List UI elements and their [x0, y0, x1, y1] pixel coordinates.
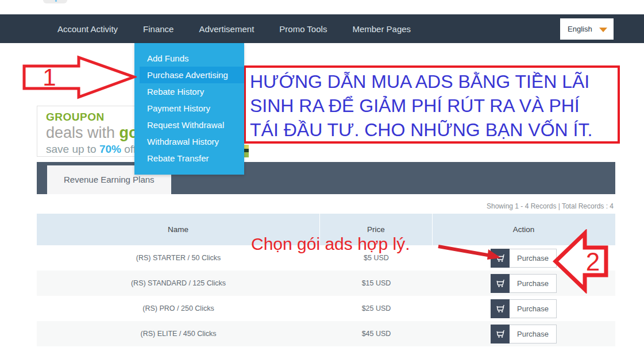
purchase-button-label: Purchase	[510, 325, 557, 343]
step2-arrow-annotation: 2	[553, 229, 610, 294]
table-row: (RS) PRO / 250 Clicks $25 USD Purchase	[37, 296, 615, 321]
step1-arrow-annotation: 1	[22, 55, 137, 100]
finance-dropdown-menu: Add Funds Purchase Advertising Rebate Hi…	[134, 43, 244, 175]
records-summary: Showing 1 - 4 Records | Total Records : …	[487, 202, 614, 210]
main-navbar: Account Activity Finance Advertisement P…	[0, 14, 644, 43]
site-logo-dot	[55, 0, 57, 2]
nav-item-account-activity[interactable]: Account Activity	[45, 24, 130, 34]
nav-item-advertisement[interactable]: Advertisement	[186, 24, 267, 34]
table-row: (RS) STANDARD / 125 Clicks $15 USD Purch…	[37, 271, 615, 296]
nav-item-promo-tools[interactable]: Promo Tools	[267, 24, 340, 34]
plan-price: $5 USD	[320, 254, 433, 262]
step1-number: 1	[43, 64, 56, 91]
choose-plan-annotation: Chọn gói ads hợp lý.	[251, 234, 410, 254]
plan-name: (RS) STARTER / 50 Clicks	[37, 254, 320, 262]
step2-number: 2	[586, 248, 600, 276]
ad-headline-gray: deals with	[46, 124, 119, 141]
cart-icon	[491, 274, 510, 293]
purchase-button-label: Purchase	[510, 274, 557, 293]
plans-table: Name Price Action (RS) STARTER / 50 Clic…	[37, 214, 615, 346]
purchase-button[interactable]: Purchase	[491, 274, 557, 293]
chevron-down-icon	[599, 28, 607, 32]
purchase-button-label: Purchase	[510, 299, 557, 318]
instruction-line: HƯỚNG DẪN MUA ADS BẰNG TIỀN LÃI	[250, 70, 618, 94]
plan-price: $15 USD	[320, 279, 433, 287]
purchase-button[interactable]: Purchase	[491, 299, 557, 318]
plan-name: (RS) ELITE / 450 Clicks	[37, 330, 320, 338]
choose-plan-arrow	[437, 244, 503, 262]
menu-item-add-funds[interactable]: Add Funds	[134, 50, 244, 67]
cart-icon	[491, 325, 510, 343]
menu-item-payment-history[interactable]: Payment History	[134, 100, 244, 117]
language-selector[interactable]: English	[560, 18, 614, 40]
menu-item-request-withdrawal[interactable]: Request Withdrawal	[134, 117, 244, 133]
plan-price: $45 USD	[320, 330, 433, 338]
plans-tab-bar: Revenue Earning Plans	[37, 162, 615, 194]
plan-name: (RS) PRO / 250 Clicks	[37, 304, 320, 312]
menu-item-rebate-history[interactable]: Rebate History	[134, 83, 244, 100]
menu-item-purchase-advertising[interactable]: Purchase Advertising	[140, 67, 244, 83]
hidden-banner-fragment	[244, 145, 249, 157]
instruction-line: TÁI ĐẦU TƯ. CHO NHỮNG BẠN VỐN ÍT.	[250, 118, 618, 142]
instruction-callout-box: HƯỚNG DẪN MUA ADS BẰNG TIỀN LÃI SINH RA …	[244, 65, 620, 144]
instruction-line: SINH RA ĐỂ GIẢM PHÍ RÚT RA VÀ PHÍ	[250, 94, 618, 118]
ad-subline-pre: save up to	[46, 143, 99, 155]
purchase-button-label: Purchase	[510, 249, 557, 268]
purchase-button[interactable]: Purchase	[491, 325, 557, 343]
menu-item-rebate-transfer[interactable]: Rebate Transfer	[134, 150, 244, 167]
top-strip	[0, 0, 644, 14]
plan-price: $25 USD	[320, 304, 433, 312]
menu-item-withdrawal-history[interactable]: Withdrawal History	[134, 133, 244, 150]
nav-item-member-pages[interactable]: Member Pages	[340, 24, 423, 34]
cart-icon	[491, 299, 510, 318]
table-row: (RS) ELITE / 450 Clicks $45 USD Purchase	[37, 321, 615, 346]
language-selected-value: English	[568, 25, 592, 33]
ad-discount-percent: 70%	[99, 143, 121, 155]
plan-name: (RS) STANDARD / 125 Clicks	[37, 279, 320, 287]
nav-item-finance[interactable]: Finance	[130, 24, 186, 34]
